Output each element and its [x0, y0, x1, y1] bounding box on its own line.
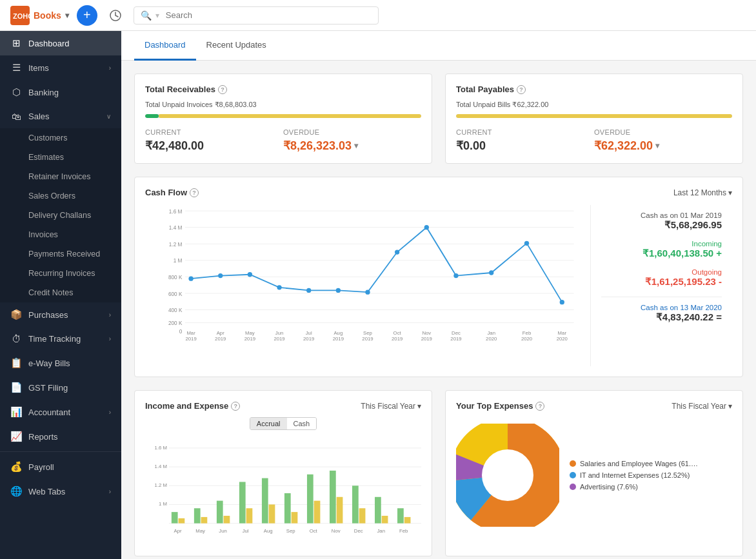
accrual-toggle-button[interactable]: Accrual [250, 418, 287, 429]
svg-text:Apr: Apr [174, 528, 182, 534]
svg-text:Oct: Oct [393, 330, 402, 336]
purchases-icon: 📦 [10, 309, 22, 320]
receivables-current: CURRENT ₹42,480.00 [145, 128, 283, 153]
svg-text:0: 0 [179, 329, 183, 335]
logo-chevron-icon[interactable]: ▾ [65, 11, 69, 20]
sidebar-item-invoices[interactable]: Invoices [0, 225, 121, 244]
income-expense-chevron-icon: ▾ [417, 402, 421, 411]
svg-text:Nov: Nov [332, 528, 341, 534]
search-icon: 🔍 [141, 10, 152, 21]
payables-dropdown-icon[interactable]: ▾ [655, 141, 659, 150]
receivables-current-value: ₹42,480.00 [145, 139, 283, 153]
sidebar-item-banking[interactable]: ⬡ Banking [0, 80, 121, 104]
svg-text:Aug: Aug [264, 528, 273, 534]
income-expense-info-icon[interactable]: ? [231, 402, 240, 411]
sidebar-item-web-tabs[interactable]: 🌐 Web Tabs › [0, 479, 121, 504]
payables-progress-bar [456, 114, 732, 118]
history-button[interactable] [105, 5, 126, 26]
receivables-title: Total Receivables ? [145, 84, 421, 94]
sidebar-item-retainer-invoices[interactable]: Retainer Invoices [0, 167, 121, 186]
tab-recent-updates[interactable]: Recent Updates [196, 31, 277, 61]
legend-dot-it [570, 472, 576, 478]
cashflow-title: Cash Flow ? [145, 188, 199, 197]
sidebar-label-banking: Banking [28, 88, 111, 97]
cashflow-chevron-icon: ▾ [728, 188, 732, 197]
top-expenses-chevron-icon: ▾ [728, 402, 732, 411]
receivables-overdue: OVERDUE ₹8,26,323.03 ▾ [283, 128, 421, 153]
top-expenses-filter[interactable]: This Fiscal Year ▾ [671, 402, 732, 411]
sidebar-label-sales: Sales [28, 112, 100, 121]
overdue-dropdown-icon[interactable]: ▾ [354, 141, 358, 150]
svg-text:400 K: 400 K [168, 308, 183, 313]
sales-submenu: Customers Estimates Retainer Invoices Sa… [0, 128, 121, 302]
svg-text:1.6 M: 1.6 M [155, 445, 167, 451]
sidebar-item-customers[interactable]: Customers [0, 128, 121, 148]
svg-text:Jun: Jun [275, 330, 284, 336]
sidebar-label-reports: Reports [28, 432, 111, 442]
tab-dashboard[interactable]: Dashboard [134, 31, 196, 61]
sidebar-item-reports[interactable]: 📈 Reports [0, 424, 121, 449]
sidebar-item-sales[interactable]: 🛍 Sales ∨ [0, 104, 121, 128]
svg-point-20 [188, 276, 193, 280]
sidebar-item-time-tracking[interactable]: ⏱ Time Tracking › [0, 327, 121, 351]
sidebar-item-gst-filing[interactable]: 📄 GST Filing [0, 375, 121, 400]
outgoing: Outgoing ₹1,61,25,195.23 - [601, 268, 722, 288]
sidebar-item-accountant[interactable]: 📊 Accountant › [0, 400, 121, 424]
payables-card: Total Payables ? Total Unpaid Bills ₹62,… [445, 74, 743, 164]
sidebar-label-time-tracking: Time Tracking [28, 334, 103, 344]
income-expense-filter[interactable]: This Fiscal Year ▾ [361, 402, 421, 411]
search-bar[interactable]: 🔍 ▾ [134, 6, 379, 25]
income-expense-card: Income and Expense ? This Fiscal Year ▾ … [134, 390, 432, 556]
accrual-cash-toggle[interactable]: Accrual Cash [250, 417, 317, 430]
cash-start: Cash as on 01 Mar 2019 ₹5,68,296.95 [601, 211, 722, 231]
svg-text:Apr: Apr [217, 330, 224, 336]
sidebar: ⊞ Dashboard ☰ Items › ⬡ Banking 🛍 Sales … [0, 31, 121, 559]
sidebar-item-payments-received[interactable]: Payments Received [0, 244, 121, 264]
svg-text:200 K: 200 K [168, 320, 183, 326]
search-input[interactable] [166, 10, 372, 20]
outgoing-value: ₹1,61,25,195.23 - [601, 276, 722, 288]
sidebar-item-sales-orders[interactable]: Sales Orders [0, 186, 121, 206]
sidebar-item-estimates[interactable]: Estimates [0, 148, 121, 167]
sidebar-label-dashboard: Dashboard [28, 39, 111, 48]
svg-text:Jul: Jul [306, 330, 312, 336]
receivables-card: Total Receivables ? Total Unpaid Invoice… [134, 74, 432, 164]
sidebar-item-payroll[interactable]: 💰 Payroll [0, 455, 121, 479]
svg-text:Feb: Feb [522, 330, 531, 336]
cashflow-filter[interactable]: Last 12 Months ▾ [673, 188, 732, 197]
history-icon [109, 9, 122, 22]
svg-rect-71 [201, 517, 208, 524]
svg-rect-82 [330, 471, 336, 524]
sidebar-item-dashboard[interactable]: ⊞ Dashboard [0, 31, 121, 55]
svg-rect-84 [352, 485, 359, 523]
sidebar-item-purchases[interactable]: 📦 Purchases › [0, 302, 121, 327]
svg-text:Jan: Jan [377, 528, 385, 534]
svg-rect-72 [217, 501, 223, 524]
cash-toggle-button[interactable]: Cash [287, 418, 317, 429]
svg-text:2019: 2019 [303, 336, 314, 340]
sidebar-label-payroll: Payroll [28, 462, 111, 472]
svg-point-23 [277, 285, 281, 289]
top-expenses-info-icon[interactable]: ? [535, 402, 544, 411]
sidebar-item-eway-bills[interactable]: 📋 e-Way Bills [0, 351, 121, 375]
svg-text:1.2 M: 1.2 M [155, 482, 167, 488]
chevron-right-icon3: › [109, 335, 111, 342]
sidebar-item-recurring-invoices[interactable]: Recurring Invoices [0, 264, 121, 283]
receivables-info-icon[interactable]: ? [218, 85, 227, 94]
cashflow-info-icon[interactable]: ? [190, 188, 199, 197]
payables-info-icon[interactable]: ? [517, 85, 526, 94]
sidebar-item-delivery-challans[interactable]: Delivery Challans [0, 206, 121, 225]
top-expenses-title: Your Top Expenses ? [456, 401, 544, 411]
svg-text:Sep: Sep [363, 330, 372, 336]
summary-cards-row: Total Receivables ? Total Unpaid Invoice… [134, 74, 743, 164]
sidebar-item-items[interactable]: ☰ Items › [0, 55, 121, 80]
gst-icon: 📄 [10, 382, 22, 393]
svg-point-29 [453, 273, 458, 278]
bottom-cards-row: Income and Expense ? This Fiscal Year ▾ … [134, 390, 743, 556]
svg-text:May: May [195, 528, 205, 534]
svg-text:2020: 2020 [486, 336, 497, 340]
add-button[interactable]: + [77, 5, 97, 26]
sidebar-item-credit-notes[interactable]: Credit Notes [0, 283, 121, 302]
svg-text:Nov: Nov [422, 330, 431, 336]
svg-text:Sep: Sep [286, 528, 295, 534]
